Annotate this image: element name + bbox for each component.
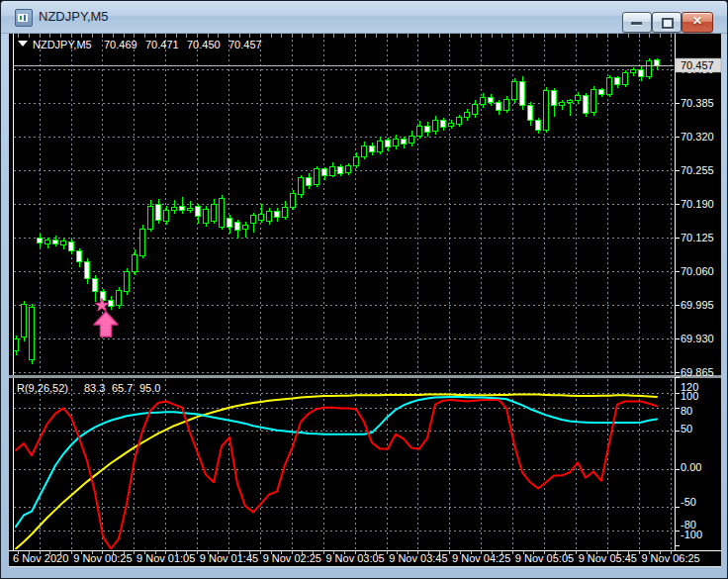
candle-bull <box>449 124 454 126</box>
header-symbol: NZDJPY,M5 <box>33 39 92 50</box>
chart-icon-bar-blue <box>24 15 26 21</box>
price-axis-label[interactable]: 70.190 <box>681 198 714 210</box>
candle-bull <box>125 271 130 291</box>
candle-bear <box>584 96 589 113</box>
candle-bear <box>639 70 644 77</box>
candle-bull <box>504 100 509 111</box>
price-axis-label[interactable]: 70.255 <box>681 164 714 176</box>
window-title: NZDJPY,M5 <box>39 9 109 24</box>
indicator-axis-label[interactable]: 100 <box>681 390 698 402</box>
candle-bull <box>220 198 225 227</box>
candle-bear <box>615 77 620 84</box>
candle-bear <box>156 204 161 221</box>
candle-bull <box>30 308 35 360</box>
close-button[interactable]: ✕ <box>682 12 713 33</box>
candle-bull <box>188 208 193 210</box>
title-bar[interactable]: NZDJPY,M5 ✕ <box>1 1 727 34</box>
candle-bull <box>631 70 636 73</box>
candle-bull <box>346 166 351 172</box>
bid-price-tag-value: 70.457 <box>681 59 714 71</box>
candle-bull <box>512 82 517 100</box>
candle-bear <box>528 105 533 121</box>
candle-bull <box>544 90 549 130</box>
indicator-readout: R(9,26,52)83.365.795.0 <box>17 382 160 394</box>
candle-bull <box>117 291 122 306</box>
price-axis-label[interactable]: 69.865 <box>681 366 714 378</box>
candle-bull <box>473 104 478 115</box>
price-axis-label[interactable]: 69.995 <box>681 299 714 311</box>
restore-button[interactable] <box>652 12 682 33</box>
candle-bull <box>465 113 470 118</box>
candle-bear <box>402 139 407 144</box>
candle-bear <box>235 222 240 230</box>
candle-bear <box>599 89 604 94</box>
candle-bull <box>378 142 383 152</box>
candle-bear <box>536 121 541 130</box>
candle-bull <box>140 229 145 255</box>
candle-bear <box>520 82 525 106</box>
candle-bear <box>196 206 201 217</box>
candle-bear <box>85 262 90 279</box>
candle-bull <box>607 77 612 94</box>
candle-bear <box>386 141 391 146</box>
price-axis-label[interactable]: 70.125 <box>681 232 714 243</box>
header-high: 70.471 <box>145 39 179 50</box>
candle-bear <box>101 292 106 300</box>
price-axis-label[interactable]: 69.930 <box>681 333 714 344</box>
candle-bull <box>623 73 628 85</box>
candle-bull <box>592 89 596 113</box>
candle-bull <box>148 206 153 229</box>
candle-bull <box>267 211 272 222</box>
indicator-axis-label[interactable]: 50 <box>681 423 692 434</box>
candle-bear <box>69 241 74 250</box>
minimize-button[interactable] <box>622 12 652 33</box>
candle-bull <box>576 96 581 101</box>
candle-bear <box>425 126 430 132</box>
candle-bull <box>394 139 399 146</box>
candle-bull <box>172 207 177 211</box>
mt4-chart-window: NZDJPY,M5 ✕ 70.45070.38570.32070.25570.1… <box>0 0 728 579</box>
price-axis-label[interactable]: 70.385 <box>681 97 714 109</box>
candle-bear <box>370 146 375 151</box>
candle-bull <box>251 215 256 223</box>
indicator-value-yellow: 95.0 <box>139 382 160 394</box>
candle-bull <box>330 167 335 175</box>
price-axis-label[interactable]: 70.060 <box>681 265 714 277</box>
candle-bull <box>457 118 462 125</box>
candle-bear <box>93 279 98 292</box>
candle-bull <box>212 205 217 222</box>
candle-bear <box>655 59 660 65</box>
bid-price-tag: 70.457 <box>676 58 721 72</box>
candle-bull <box>14 338 19 351</box>
candle-bull <box>204 209 209 223</box>
indicator-axis-label[interactable]: 80 <box>681 405 692 417</box>
chart-canvas: 70.45070.38570.32070.25570.19070.12570.0… <box>1 1 728 579</box>
header-open: 70.469 <box>104 39 137 50</box>
candle-bear <box>77 251 82 262</box>
candle-bull <box>410 137 414 144</box>
candle-bull <box>362 146 367 157</box>
candle-bull <box>243 225 248 229</box>
close-icon: ✕ <box>682 14 712 28</box>
price-axis-label[interactable]: 70.320 <box>681 131 714 143</box>
panel-splitter[interactable] <box>9 375 721 378</box>
indicator-name: R(9,26,52) <box>17 382 68 394</box>
candle-bear <box>552 90 557 105</box>
indicator-axis-label[interactable]: -50 <box>681 496 696 508</box>
candle-bear <box>489 97 494 102</box>
chart-window-icon <box>15 9 33 27</box>
candle-bull <box>22 304 27 338</box>
candle-bull <box>433 121 438 132</box>
indicator-axis-label[interactable]: -100 <box>681 529 702 540</box>
candle-bull <box>259 214 264 220</box>
candle-bull <box>46 240 50 244</box>
candle-bull <box>568 101 573 103</box>
candle-bear <box>275 211 280 217</box>
candle-bear <box>307 177 312 185</box>
restore-icon <box>662 18 674 29</box>
indicator-value-red: 83.3 <box>84 382 105 394</box>
candle-bull <box>647 61 652 77</box>
candle-bear <box>180 207 185 211</box>
candle-bull <box>417 126 422 137</box>
indicator-axis-label[interactable]: 0.00 <box>681 461 701 473</box>
